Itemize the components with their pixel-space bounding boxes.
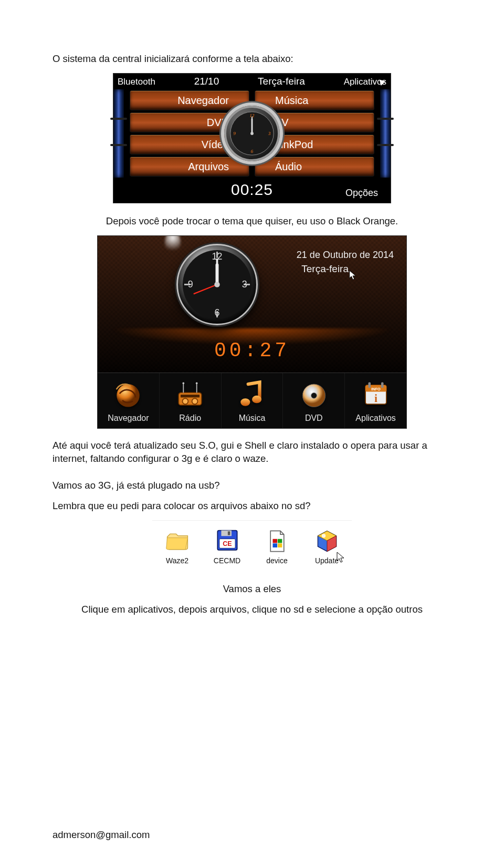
- svg-rect-42: [227, 531, 229, 535]
- menu-navegador[interactable]: Navegador: [130, 91, 249, 110]
- svg-text:9: 9: [233, 131, 236, 136]
- file-device[interactable]: device: [263, 527, 291, 565]
- file-waze2[interactable]: Waze2: [163, 527, 192, 565]
- intro-1: O sistema da central inicializará confor…: [52, 53, 452, 66]
- screenshot-sd-files: Waze2 CE CECMD: [152, 520, 352, 567]
- dock-radio[interactable]: Rádio: [160, 373, 222, 428]
- dock-label: Navegador: [98, 414, 159, 423]
- bluetooth-label: Bluetooth: [118, 77, 155, 87]
- svg-point-33: [311, 392, 317, 398]
- win-config-file-icon: [263, 527, 291, 555]
- svg-rect-36: [368, 382, 371, 388]
- svg-rect-47: [272, 543, 277, 547]
- dock-label: Música: [222, 414, 283, 423]
- q-3g: Vamos ao 3G, já está plugado na usb?: [52, 479, 452, 492]
- svg-rect-37: [381, 382, 384, 388]
- screenshot-headunit-default: Bluetooth 21/10 Terça-feira Aplicativos …: [113, 73, 391, 203]
- svg-rect-45: [272, 539, 277, 543]
- svg-rect-25: [181, 395, 200, 397]
- outro-2: Clique em aplicativos, depois arquivos, …: [52, 603, 452, 616]
- svg-point-20: [214, 282, 219, 287]
- svg-rect-22: [178, 392, 202, 405]
- intro-3: Até aqui você terá atualizado seu S.O, g…: [52, 439, 452, 466]
- svg-text:3: 3: [268, 131, 271, 136]
- svg-point-29: [196, 382, 198, 384]
- full-date-label: 21 de Outubro de 2014: [297, 250, 394, 261]
- svg-point-30: [240, 398, 250, 406]
- dock-dvd[interactable]: DVD: [283, 373, 345, 428]
- day-label: Terça-feira: [301, 263, 349, 275]
- screenshot-headunit-blackorange: 12 3 6 9 21 de Outubro de 2014 Terça-fei…: [97, 235, 407, 429]
- svg-point-21: [117, 384, 140, 407]
- svg-text:CE: CE: [223, 540, 232, 547]
- dock-label: DVD: [283, 414, 344, 423]
- intro-2: Depois você pode trocar o tema que quise…: [52, 215, 452, 228]
- analog-clock-icon: 12 3 6 9: [224, 106, 280, 161]
- menu-musica[interactable]: Música: [255, 91, 374, 110]
- svg-text:9: 9: [188, 279, 193, 290]
- menu-audio[interactable]: Áudio: [255, 157, 374, 176]
- disc-icon: [297, 378, 331, 411]
- file-label: Waze2: [163, 556, 192, 565]
- svg-text:6: 6: [251, 149, 254, 154]
- music-note-icon: [235, 378, 269, 411]
- right-blue-rail: [380, 89, 391, 178]
- cursor-icon: [349, 270, 358, 283]
- day-label: Terça-feira: [258, 76, 305, 87]
- footer-email: admerson@gmail.com: [52, 829, 150, 841]
- svg-point-28: [183, 382, 185, 384]
- q-sd: Lembra que eu pedi para colocar os arqui…: [52, 500, 452, 513]
- svg-text:i: i: [374, 392, 377, 404]
- radio-icon: [173, 378, 207, 411]
- dock-navegador[interactable]: Navegador: [98, 373, 160, 428]
- dock-musica[interactable]: Música: [222, 373, 284, 428]
- svg-point-31: [252, 396, 261, 404]
- svg-text:6: 6: [215, 307, 220, 318]
- cursor-icon: [336, 551, 346, 564]
- calendar-info-icon: INFO i: [359, 378, 393, 411]
- left-blue-rail: [113, 89, 124, 178]
- file-cecmd[interactable]: CE CECMD: [213, 527, 242, 565]
- floppy-ce-icon: CE: [213, 527, 242, 555]
- date-label: 21/10: [194, 76, 219, 87]
- svg-rect-46: [277, 539, 282, 543]
- file-update[interactable]: Update: [313, 527, 341, 565]
- svg-point-23: [183, 398, 188, 404]
- digital-time: 00:27: [98, 339, 406, 362]
- dock-label: Aplicativos: [345, 414, 406, 423]
- dock-label: Rádio: [160, 414, 221, 423]
- svg-text:INFO: INFO: [371, 387, 381, 391]
- svg-text:3: 3: [242, 279, 247, 290]
- analog-clock-icon: 12 3 6 9: [176, 244, 258, 325]
- menu-arquivos[interactable]: Arquivos: [130, 157, 249, 176]
- globe-icon: [111, 378, 145, 411]
- svg-point-24: [192, 398, 198, 404]
- folder-icon: [163, 527, 192, 555]
- dock-aplicativos[interactable]: INFO i Aplicativos: [345, 373, 406, 428]
- svg-rect-48: [277, 543, 282, 547]
- file-label: CECMD: [213, 556, 242, 565]
- outro-1: Vamos a eles: [52, 583, 452, 596]
- options-label[interactable]: Opções: [345, 188, 378, 199]
- svg-point-52: [321, 534, 325, 538]
- svg-point-7: [250, 132, 254, 135]
- file-label: device: [263, 556, 291, 565]
